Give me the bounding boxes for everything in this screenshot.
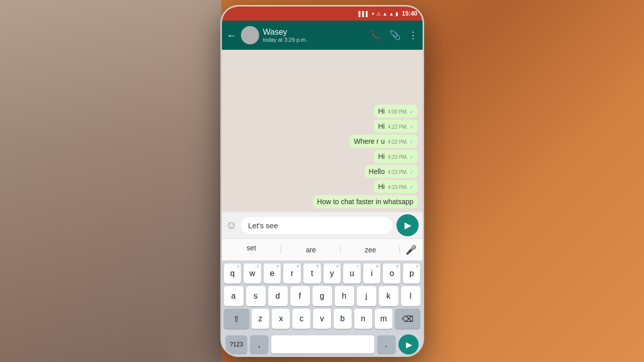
message-time-4: 4:23 PM. ✓ (388, 154, 414, 160)
message-text-5: Hello (369, 167, 385, 175)
key-p[interactable]: 0p (403, 263, 421, 284)
contact-name: Wasey (263, 28, 366, 37)
numeric-label: ?123 (230, 341, 244, 348)
comma-key[interactable]: , (250, 335, 268, 353)
key-num-6: 6 (337, 264, 339, 268)
space-key[interactable] (271, 335, 374, 353)
message-7: How to chat faster in whatsapp (313, 195, 417, 208)
keyboard-row-1: 1q 2w 3e 4r 5t 6y 7u 8i 9o 0p (224, 263, 421, 284)
key-o[interactable]: 9o (383, 263, 400, 284)
contact-status: today at 3:29 p.m. (263, 37, 366, 43)
key-e[interactable]: 3e (264, 263, 281, 284)
attachment-icon[interactable]: 📎 (389, 30, 400, 41)
keyboard-row-3: ⇧ z x c v b n m ⌫ (224, 309, 421, 329)
more-icon[interactable]: ⋮ (409, 30, 418, 41)
message-time-3: 4:22 PM. ✓ (388, 139, 414, 145)
key-num-5: 5 (316, 264, 318, 268)
key-d[interactable]: d (268, 286, 288, 306)
key-n[interactable]: n (354, 309, 372, 329)
key-z[interactable]: z (252, 309, 270, 329)
message-3: Where r u 4:22 PM. ✓ (350, 135, 417, 148)
network-icon: ▲ (389, 11, 394, 17)
key-s[interactable]: s (246, 286, 266, 306)
key-h[interactable]: h (335, 286, 354, 306)
key-r[interactable]: 4r (283, 263, 301, 284)
message-1: Hi 4:00 PM. ✓ (374, 105, 417, 118)
suggestion-are[interactable]: are (281, 244, 341, 256)
message-text-7: How to chat faster in whatsapp (317, 198, 413, 206)
key-v[interactable]: v (313, 309, 331, 329)
message-time-6: 4:23 PM. ✓ (388, 185, 414, 190)
key-j[interactable]: j (357, 286, 376, 306)
bottom-send-button[interactable]: ▶ (398, 334, 419, 354)
key-x[interactable]: x (272, 309, 290, 329)
status-icons: ▌▌▌ ✦ ⚠ ▲ ▲ ▮ 15:40 (359, 10, 418, 17)
key-u[interactable]: 7u (343, 263, 361, 284)
delete-key[interactable]: ⌫ (395, 309, 420, 329)
bluetooth-icon: ✦ (371, 11, 375, 17)
suggestion-zee[interactable]: zee (341, 244, 400, 256)
message-time-1: 4:00 PM. ✓ (388, 109, 414, 115)
key-l[interactable]: l (401, 286, 421, 306)
status-bar: ▌▌▌ ✦ ⚠ ▲ ▲ ▮ 15:40 (222, 7, 423, 21)
key-k[interactable]: k (379, 286, 398, 306)
wifi-icon: ▲ (382, 11, 387, 17)
key-num-4: 4 (296, 264, 298, 268)
key-num-2: 2 (257, 264, 259, 268)
send-icon: ▶ (405, 220, 412, 231)
contact-info: Wasey today at 3:29 p.m. (263, 28, 366, 43)
key-m[interactable]: m (375, 309, 393, 329)
message-text-1: Hi (378, 107, 384, 115)
shift-key[interactable]: ⇧ (224, 309, 249, 329)
message-input[interactable]: Let's see (241, 217, 392, 234)
message-text-3: Where r u (354, 137, 384, 145)
period-label: . (385, 340, 387, 349)
key-g[interactable]: g (312, 286, 332, 306)
key-b[interactable]: b (334, 309, 352, 329)
keyboard-row-2: a s d f g h j k l (224, 286, 421, 306)
suggestion-bar: set ··· are zee 🎤 (222, 238, 423, 260)
key-c[interactable]: c (292, 309, 310, 329)
message-4: Hi 4:23 PM. ✓ (374, 150, 417, 163)
key-i[interactable]: 8i (363, 263, 381, 284)
back-button[interactable]: ← (227, 30, 237, 41)
avatar-image (241, 26, 259, 44)
key-num-0: 0 (416, 264, 418, 268)
message-text-4: Hi (378, 152, 384, 160)
suggestion-set[interactable]: set ··· (222, 242, 281, 257)
message-time-2: 4:22 PM. ✓ (388, 124, 414, 130)
key-t[interactable]: 5t (303, 263, 321, 284)
contact-avatar[interactable] (241, 26, 259, 44)
message-time-5: 4:23 PM. ✓ (388, 169, 414, 175)
background-left (0, 0, 221, 362)
phone-wrapper: ▌▌▌ ✦ ⚠ ▲ ▲ ▮ 15:40 ← Wasey today at 3:2… (220, 5, 424, 357)
status-time: 15:40 (402, 10, 418, 17)
key-w[interactable]: 2w (244, 263, 261, 284)
header-icons: 📞 📎 ⋮ (370, 30, 418, 41)
comma-label: , (258, 340, 260, 349)
key-num-8: 8 (376, 264, 378, 268)
key-num-3: 3 (277, 264, 279, 268)
key-q[interactable]: 1q (224, 263, 242, 284)
emoji-icon[interactable]: ☺ (226, 219, 237, 232)
key-a[interactable]: a (224, 286, 244, 306)
input-text: Let's see (248, 221, 278, 230)
alert-icon: ⚠ (376, 11, 381, 17)
mic-icon[interactable]: 🎤 (400, 244, 422, 255)
battery-icon: ▮ (395, 11, 398, 17)
signal-icon: ▌▌▌ (359, 11, 369, 17)
bottom-send-icon: ▶ (406, 340, 412, 349)
numeric-key[interactable]: ?123 (226, 335, 248, 353)
phone-icon[interactable]: 📞 (370, 30, 381, 41)
message-6: Hi 4:23 PM. ✓ (374, 180, 417, 193)
send-button[interactable]: ▶ (396, 214, 419, 236)
suggestion-are-label: are (306, 246, 316, 254)
keyboard: 1q 2w 3e 4r 5t 6y 7u 8i 9o 0p a s d f g … (222, 260, 423, 333)
whatsapp-header: ← Wasey today at 3:29 p.m. 📞 📎 ⋮ (222, 21, 423, 50)
key-f[interactable]: f (290, 286, 310, 306)
message-5: Hello 4:23 PM. ✓ (365, 165, 418, 178)
key-y[interactable]: 6y (324, 263, 341, 284)
period-key[interactable]: . (377, 335, 395, 353)
input-bar: ☺ Let's see ▶ (222, 212, 423, 238)
suggestion-zee-label: zee (365, 246, 376, 254)
